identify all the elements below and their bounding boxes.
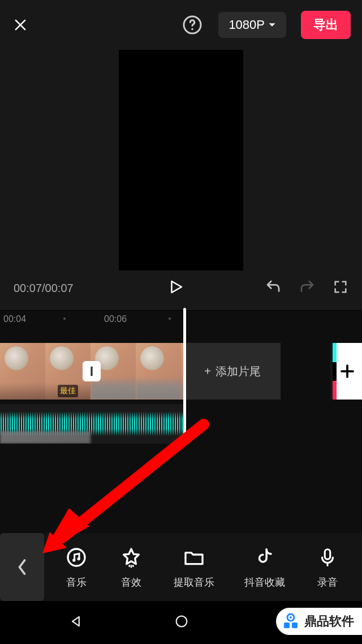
- svg-rect-9: [284, 622, 290, 628]
- toolbar-item-extract[interactable]: 提取音乐: [174, 545, 214, 589]
- timeline-ruler[interactable]: 00:04 00:06: [0, 310, 362, 328]
- transition-button[interactable]: [83, 361, 101, 381]
- audio-track: [0, 404, 362, 444]
- playback-controls: 00:07/00:07: [0, 271, 362, 310]
- redo-button[interactable]: [299, 278, 316, 298]
- svg-point-12: [290, 616, 292, 619]
- video-clip-2[interactable]: [90, 343, 183, 400]
- ruler-tick: [169, 317, 171, 320]
- folder-icon: [182, 545, 206, 570]
- export-button[interactable]: 导出: [301, 11, 351, 39]
- undo-button[interactable]: [265, 278, 282, 298]
- circle-home-icon: [174, 613, 189, 629]
- audio-clip[interactable]: [0, 404, 186, 444]
- toolbar-label: 音效: [121, 576, 141, 589]
- timeline-area[interactable]: 最佳 + 添加片尾: [0, 328, 362, 538]
- svg-point-5: [77, 557, 80, 560]
- undo-icon: [265, 278, 282, 295]
- triangle-back-icon: [68, 613, 84, 629]
- help-icon: [182, 15, 202, 35]
- nav-back-button[interactable]: [68, 613, 84, 632]
- subtitle-badge: 最佳: [58, 385, 78, 397]
- video-preview[interactable]: [119, 50, 243, 271]
- watermark-logo-icon: [282, 612, 300, 630]
- svg-point-7: [176, 616, 187, 627]
- redo-icon: [299, 278, 316, 295]
- mic-icon: [315, 545, 340, 570]
- music-icon: [64, 545, 89, 570]
- fullscreen-button[interactable]: [333, 279, 348, 297]
- export-label: 导出: [313, 18, 338, 32]
- play-icon: [167, 277, 184, 297]
- audio-title: [0, 431, 90, 444]
- toolbar-label: 音乐: [66, 576, 87, 589]
- nav-home-button[interactable]: [174, 613, 189, 632]
- toolbar-label: 录音: [317, 576, 338, 589]
- star-icon: [119, 545, 144, 570]
- toolbar-item-douyin[interactable]: 抖音收藏: [244, 545, 285, 589]
- transition-icon: [87, 366, 96, 377]
- watermark-text: 鼎品软件: [304, 613, 354, 630]
- chevron-down-icon: [268, 21, 276, 29]
- toolbar-item-music[interactable]: 音乐: [64, 545, 89, 589]
- help-button[interactable]: [181, 14, 204, 36]
- toolbar-item-sfx[interactable]: 音效: [119, 545, 144, 589]
- toolbar-back-button[interactable]: [0, 533, 44, 601]
- svg-rect-2: [90, 367, 92, 376]
- add-media-button[interactable]: [330, 343, 362, 400]
- svg-point-1: [192, 28, 194, 31]
- play-button[interactable]: [167, 277, 184, 299]
- svg-point-4: [72, 559, 75, 561]
- video-clip-1[interactable]: 最佳: [0, 343, 90, 400]
- svg-rect-6: [325, 549, 331, 559]
- svg-point-3: [68, 549, 85, 566]
- resolution-label: 1080P: [229, 18, 265, 32]
- toolbar-label: 抖音收藏: [244, 576, 285, 589]
- plus-icon: +: [204, 365, 211, 378]
- editor-header: 1080P 导出: [0, 0, 362, 50]
- plus-icon: [339, 363, 356, 380]
- chevron-left-icon: [16, 559, 28, 576]
- douyin-icon: [252, 545, 277, 570]
- audio-toolbar: 音乐 音效 提取音乐 抖音收藏 录音: [0, 533, 362, 601]
- ruler-tick: [63, 317, 66, 320]
- time-display: 00:07/00:07: [14, 282, 74, 295]
- ruler-label: 00:06: [104, 314, 127, 324]
- video-track: 最佳 + 添加片尾: [0, 343, 362, 400]
- watermark-badge: 鼎品软件: [276, 608, 362, 635]
- playhead[interactable]: [183, 308, 186, 438]
- ruler-label: 00:04: [3, 314, 26, 324]
- close-icon: [12, 17, 28, 33]
- toolbar-item-record[interactable]: 录音: [315, 545, 340, 589]
- add-ending-label: 添加片尾: [216, 364, 261, 379]
- svg-rect-10: [292, 622, 298, 628]
- add-ending-button[interactable]: + 添加片尾: [184, 343, 281, 400]
- resolution-selector[interactable]: 1080P: [218, 12, 286, 38]
- close-button[interactable]: [11, 16, 29, 34]
- fullscreen-icon: [333, 279, 348, 295]
- toolbar-label: 提取音乐: [174, 576, 214, 589]
- video-preview-area: [0, 50, 362, 271]
